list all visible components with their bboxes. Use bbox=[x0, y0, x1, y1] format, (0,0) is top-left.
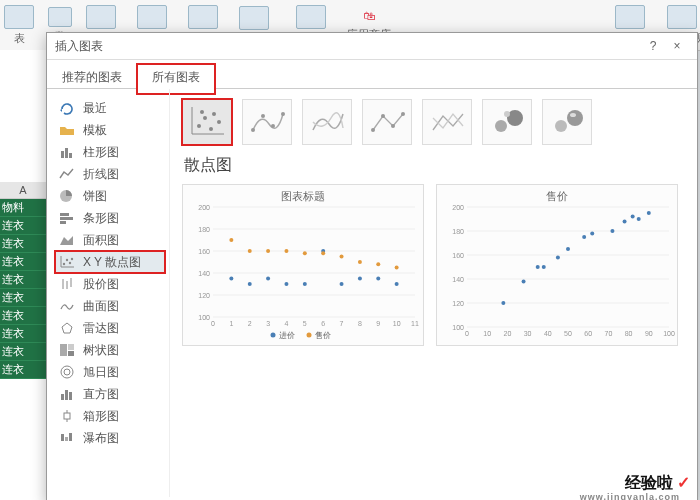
svg-rect-18 bbox=[68, 344, 74, 350]
svg-point-128 bbox=[556, 255, 560, 259]
cell[interactable]: 连衣 bbox=[0, 289, 46, 307]
svg-point-131 bbox=[590, 231, 594, 235]
category-histogram[interactable]: 直方图 bbox=[55, 383, 165, 405]
subtype-scatter-straight[interactable] bbox=[422, 99, 472, 145]
svg-point-94 bbox=[358, 260, 362, 264]
subtype-bubble-3d[interactable] bbox=[542, 99, 592, 145]
svg-point-47 bbox=[495, 120, 507, 132]
chart-type-heading: 散点图 bbox=[184, 155, 685, 176]
preview-left[interactable]: 图表标题 10012014016018020001234567891011进价售… bbox=[182, 184, 424, 346]
category-scatter[interactable]: X Y 散点图 bbox=[55, 251, 165, 273]
subtype-scatter-smooth-markers[interactable] bbox=[242, 99, 292, 145]
svg-text:8: 8 bbox=[358, 320, 362, 327]
svg-rect-29 bbox=[65, 437, 68, 441]
sunburst-icon bbox=[59, 365, 75, 379]
svg-point-43 bbox=[371, 128, 375, 132]
bubble-icon bbox=[487, 104, 527, 140]
svg-point-20 bbox=[61, 366, 73, 378]
chart-main-panel: 散点图 图表标题 1001201401601802000123456789101… bbox=[170, 89, 697, 497]
cell[interactable]: 连衣 bbox=[0, 217, 46, 235]
svg-point-92 bbox=[321, 251, 325, 255]
category-box[interactable]: 箱形图 bbox=[55, 405, 165, 427]
bar-chart-icon bbox=[59, 211, 75, 225]
subtype-scatter-smooth[interactable] bbox=[302, 99, 352, 145]
preview-chart-right: 1001201401601802000102030405060708090100 bbox=[437, 185, 677, 345]
pie-chart-icon bbox=[59, 189, 75, 203]
svg-point-40 bbox=[261, 114, 265, 118]
subtype-bubble[interactable] bbox=[482, 99, 532, 145]
svg-text:进价: 进价 bbox=[279, 331, 295, 340]
insert-chart-dialog: 插入图表 ? × 推荐的图表 所有图表 最近 模板 柱形图 折线图 饼图 条形图… bbox=[46, 32, 698, 500]
svg-text:90: 90 bbox=[645, 330, 653, 337]
close-button[interactable]: × bbox=[665, 39, 689, 53]
folder-icon bbox=[59, 123, 75, 137]
category-bar[interactable]: 条形图 bbox=[55, 207, 165, 229]
category-label: 条形图 bbox=[83, 210, 119, 227]
column-header[interactable]: A bbox=[0, 182, 46, 199]
chart-previews: 图表标题 10012014016018020001234567891011进价售… bbox=[182, 184, 685, 346]
category-area[interactable]: 面积图 bbox=[55, 229, 165, 251]
dialog-tabs: 推荐的图表 所有图表 bbox=[47, 64, 697, 89]
svg-point-96 bbox=[395, 266, 399, 270]
preview-right[interactable]: 售价 1001201401601802000102030405060708090… bbox=[436, 184, 678, 346]
svg-point-38 bbox=[200, 110, 204, 114]
category-recent[interactable]: 最近 bbox=[55, 97, 165, 119]
category-waterfall[interactable]: 瀑布图 bbox=[55, 427, 165, 449]
cell[interactable]: 连衣 bbox=[0, 307, 46, 325]
line-chart-icon bbox=[59, 167, 75, 181]
svg-rect-0 bbox=[61, 151, 64, 158]
svg-text:100: 100 bbox=[452, 324, 464, 331]
svg-point-85 bbox=[376, 277, 380, 281]
svg-text:200: 200 bbox=[452, 204, 464, 211]
svg-point-127 bbox=[542, 265, 546, 269]
svg-text:10: 10 bbox=[393, 320, 401, 327]
svg-text:140: 140 bbox=[452, 276, 464, 283]
dialog-titlebar: 插入图表 ? × bbox=[47, 33, 697, 60]
watermark-url: www.jingyanla.com bbox=[580, 492, 680, 500]
treemap-icon bbox=[59, 343, 75, 357]
category-label: 直方图 bbox=[83, 386, 119, 403]
svg-point-90 bbox=[284, 249, 288, 253]
help-button[interactable]: ? bbox=[641, 39, 665, 53]
category-column[interactable]: 柱形图 bbox=[55, 141, 165, 163]
category-line[interactable]: 折线图 bbox=[55, 163, 165, 185]
category-label: 面积图 bbox=[83, 232, 119, 249]
svg-text:1: 1 bbox=[229, 320, 233, 327]
column-chart-icon bbox=[59, 145, 75, 159]
category-sunburst[interactable]: 旭日图 bbox=[55, 361, 165, 383]
category-templates[interactable]: 模板 bbox=[55, 119, 165, 141]
category-stock[interactable]: 股价图 bbox=[55, 273, 165, 295]
subtype-scatter-straight-markers[interactable] bbox=[362, 99, 412, 145]
svg-text:2: 2 bbox=[248, 320, 252, 327]
svg-point-33 bbox=[197, 124, 201, 128]
svg-point-35 bbox=[209, 127, 213, 131]
category-pie[interactable]: 饼图 bbox=[55, 185, 165, 207]
area-chart-icon bbox=[59, 233, 75, 247]
svg-text:售价: 售价 bbox=[315, 331, 331, 340]
cell[interactable]: 连衣 bbox=[0, 361, 46, 379]
cell[interactable]: 连衣 bbox=[0, 325, 46, 343]
svg-point-51 bbox=[567, 110, 583, 126]
svg-point-50 bbox=[555, 120, 567, 132]
cell[interactable]: 连衣 bbox=[0, 271, 46, 289]
svg-text:20: 20 bbox=[504, 330, 512, 337]
category-label: 饼图 bbox=[83, 188, 107, 205]
cell[interactable]: 物料 bbox=[0, 199, 46, 217]
category-radar[interactable]: 雷达图 bbox=[55, 317, 165, 339]
category-treemap[interactable]: 树状图 bbox=[55, 339, 165, 361]
ribbon-btn-tables[interactable]: 表 bbox=[4, 5, 34, 46]
svg-point-135 bbox=[637, 217, 641, 221]
svg-text:5: 5 bbox=[303, 320, 307, 327]
svg-marker-16 bbox=[62, 323, 72, 333]
subtype-scatter-markers[interactable] bbox=[182, 99, 232, 145]
surface-chart-icon bbox=[59, 299, 75, 313]
svg-point-77 bbox=[229, 277, 233, 281]
svg-point-81 bbox=[303, 282, 307, 286]
svg-point-52 bbox=[570, 113, 576, 117]
cell[interactable]: 连衣 bbox=[0, 253, 46, 271]
cell[interactable]: 连衣 bbox=[0, 235, 46, 253]
svg-point-46 bbox=[401, 112, 405, 116]
category-surface[interactable]: 曲面图 bbox=[55, 295, 165, 317]
cell[interactable]: 连衣 bbox=[0, 343, 46, 361]
category-label: 股价图 bbox=[83, 276, 119, 293]
